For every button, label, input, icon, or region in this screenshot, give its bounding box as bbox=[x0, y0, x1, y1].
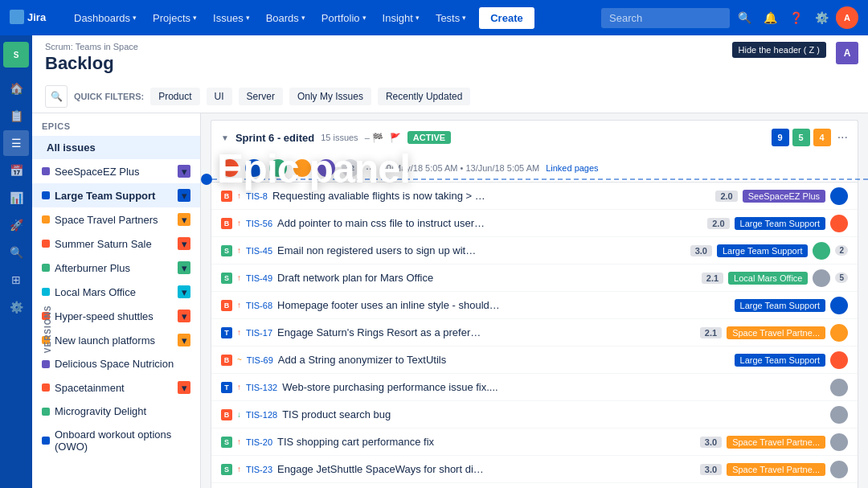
search-icon-btn[interactable]: 🔍 bbox=[733, 6, 755, 29]
svg-text:Jira: Jira bbox=[27, 11, 47, 23]
nav-logo[interactable]: Jira bbox=[10, 10, 58, 26]
nav-projects[interactable]: Projects ▾ bbox=[146, 7, 203, 29]
nav-dashboards[interactable]: Dashboards ▾ bbox=[68, 7, 143, 29]
nav-icons: 🔍 🔔 ❓ ⚙️ A bbox=[733, 6, 858, 29]
help-icon-btn[interactable]: ❓ bbox=[784, 6, 807, 29]
settings-icon-btn[interactable]: ⚙️ bbox=[810, 6, 833, 29]
nav-insight[interactable]: Insight ▾ bbox=[376, 7, 426, 29]
svg-rect-0 bbox=[10, 10, 24, 24]
nav-issues[interactable]: Issues ▾ bbox=[207, 7, 256, 29]
nav-boards[interactable]: Boards ▾ bbox=[260, 7, 312, 29]
search-input[interactable] bbox=[601, 8, 730, 28]
user-avatar[interactable]: A bbox=[836, 6, 858, 29]
nav-portfolio[interactable]: Portfolio ▾ bbox=[315, 7, 373, 29]
nav-tests[interactable]: Tests ▾ bbox=[429, 7, 473, 29]
create-button[interactable]: Create bbox=[479, 7, 534, 29]
notification-icon-btn[interactable]: 🔔 bbox=[759, 6, 781, 29]
top-nav: Jira Dashboards ▾ Projects ▾ Issues ▾ Bo… bbox=[0, 0, 868, 35]
